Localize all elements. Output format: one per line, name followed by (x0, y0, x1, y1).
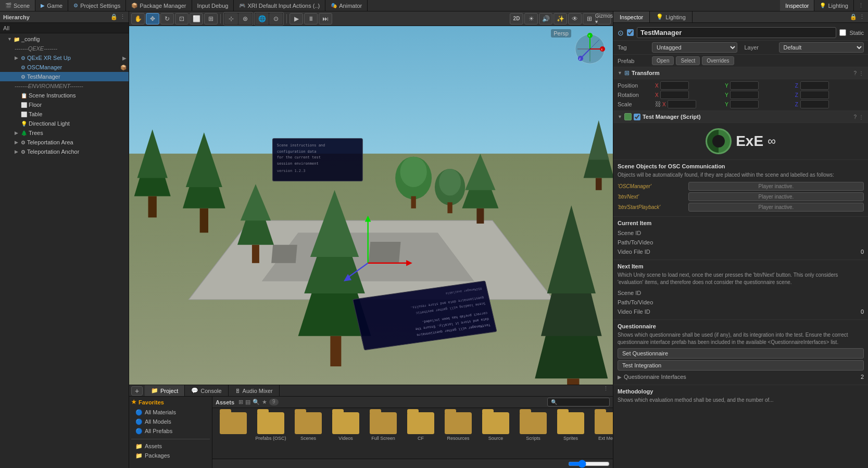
asset-folder-0[interactable] (217, 412, 250, 454)
hierarchy-item-table[interactable]: ⬜ Table (0, 109, 129, 119)
hierarchy-item-trees[interactable]: ▶ 🌲 Trees (0, 128, 129, 138)
hierarchy-item-directional-light[interactable]: 💡 Directional Light (0, 119, 129, 128)
open-prefab-button[interactable]: Open (652, 56, 674, 65)
object-enabled-checkbox[interactable] (627, 29, 634, 36)
static-checkbox[interactable] (839, 29, 846, 36)
assets-tool-1[interactable]: ⊞ (238, 399, 243, 405)
rotation-z-input[interactable]: 0 (800, 91, 829, 99)
asset-folder-1[interactable]: Prefabs (OSC) (254, 412, 287, 454)
tab-project-settings[interactable]: ⚙ Project Settings (68, 0, 126, 11)
asset-folder-10[interactable]: Ext Menu (592, 412, 613, 454)
fav-all-models[interactable]: 🔵 All Models (131, 417, 210, 426)
position-z-input[interactable]: 0 (800, 81, 829, 90)
transform-help[interactable]: ? (853, 70, 857, 76)
tab-inspector[interactable]: Inspector (780, 0, 814, 11)
hierarchy-item-qexe-xr[interactable]: ▶ ⚙ QExE XR Set Up ▶ (0, 53, 129, 63)
scale-y-input[interactable]: 1 (730, 100, 759, 108)
inspector-tab-inspector[interactable]: Inspector (613, 11, 650, 22)
script-more[interactable]: ⋮ (859, 114, 864, 120)
hierarchy-lock-icon[interactable]: 🔒 (110, 14, 118, 20)
tool-scale[interactable]: ⊡ (175, 13, 188, 24)
play-btn[interactable]: ▶ (290, 13, 303, 24)
asset-folder-5[interactable]: CF (404, 412, 437, 454)
hierarchy-search-input[interactable] (0, 23, 129, 33)
grid-btn[interactable]: ⊞ (583, 13, 596, 24)
tool-move[interactable]: ✥ (146, 13, 159, 24)
2d-btn[interactable]: 2D (510, 13, 523, 24)
hierarchy-item-floor[interactable]: ⬜ Floor (0, 100, 129, 109)
transform-more[interactable]: ⋮ (859, 70, 864, 76)
script-section-header[interactable]: ▼ Test Manager (Script) ? ⋮ (613, 111, 868, 123)
center-btn[interactable]: ⊛ (238, 13, 252, 24)
fav-all-prefabs[interactable]: 🔵 All Prefabs (131, 426, 210, 436)
assets-size-slider[interactable] (568, 460, 610, 468)
global-btn[interactable]: 🌐 (255, 13, 269, 24)
tool-rotate[interactable]: ↻ (160, 13, 174, 24)
tool-transform[interactable]: ⊞ (204, 13, 218, 24)
asset-folder-4[interactable]: Full Screen (367, 412, 400, 454)
tab-console[interactable]: 💬 Console (185, 385, 228, 396)
inspector-tab-lighting[interactable]: 💡 Lighting (650, 11, 693, 22)
tool-hand[interactable]: ✋ (131, 13, 145, 24)
asset-folder-9[interactable]: Sprites (554, 412, 587, 454)
scale-x-input[interactable]: 1 (668, 100, 696, 108)
inspector-more-icon[interactable]: ⋮ (859, 14, 865, 20)
gizmos-btn[interactable]: Gizmos ▾ (597, 13, 611, 24)
assets-tool-3[interactable]: 🔍 (253, 399, 260, 405)
transform-section-header[interactable]: ▼ ⊞ Transform ? ⋮ (613, 67, 868, 79)
tab-audio-mixer[interactable]: 🎚 Audio Mixer (229, 385, 280, 396)
inspector-lock-icon[interactable]: 🔒 (850, 14, 857, 20)
set-questionnaire-button[interactable]: Set Questionnaire (618, 348, 864, 359)
scene-view[interactable]: Scene instructions and configuration dat… (129, 26, 613, 385)
position-y-input[interactable]: 1.083 (730, 81, 759, 90)
tab-project[interactable]: 📁 Project (145, 385, 185, 396)
tab-animator[interactable]: 🎭 Animator (325, 0, 368, 11)
fav-packages[interactable]: 📁 Packages (131, 451, 210, 460)
assets-search-input[interactable] (547, 398, 610, 407)
light-btn[interactable]: ☀ (524, 13, 538, 24)
fx-btn[interactable]: ✨ (553, 13, 567, 24)
fav-assets[interactable]: 📁 Assets (131, 441, 210, 451)
scene-gizmo[interactable]: Y X Z (573, 32, 607, 66)
tab-more-button[interactable]: ⋮ (854, 2, 868, 9)
script-enabled-checkbox[interactable] (634, 114, 640, 120)
local-btn[interactable]: ⊙ (269, 13, 283, 24)
pivot-btn[interactable]: ⊹ (224, 13, 238, 24)
bottom-tab-more[interactable]: ⋮ (599, 385, 613, 396)
select-prefab-button[interactable]: Select (676, 56, 700, 65)
fav-all-materials[interactable]: 🔵 All Materials (131, 408, 210, 417)
tab-package-manager[interactable]: 📦 Package Manager (126, 0, 192, 11)
hierarchy-item-teleportation-area[interactable]: ▶ ⚙ Teleportation Area (0, 138, 129, 147)
audio-btn[interactable]: 🔊 (539, 13, 552, 24)
hierarchy-item-testmanager[interactable]: ⚙ TestManager (0, 72, 129, 81)
tag-select[interactable]: Untagged (652, 42, 737, 53)
hierarchy-item-teleportation-anchor[interactable]: ▶ ⚙ Teleportation Anchor (0, 147, 129, 156)
asset-folder-3[interactable]: Videos (329, 412, 362, 454)
hierarchy-item-scene-instructions[interactable]: 📋 Scene Instructions (0, 91, 129, 100)
scale-link-icon[interactable]: ⛓ (655, 101, 661, 108)
object-name-input[interactable] (637, 27, 836, 38)
hierarchy-menu-icon[interactable]: ⋮ (120, 14, 125, 20)
add-asset-button[interactable]: + (131, 386, 143, 396)
asset-folder-2[interactable]: Scenes (292, 412, 325, 454)
scale-z-input[interactable]: 1 (800, 100, 829, 108)
layer-select[interactable]: Default (779, 42, 864, 53)
script-help[interactable]: ? (853, 114, 857, 120)
hierarchy-item-config[interactable]: ▼ 📁 _config (0, 34, 129, 44)
tab-game[interactable]: ▶ Game (35, 0, 68, 11)
tab-input-debug[interactable]: Input Debug (192, 0, 234, 11)
assets-star[interactable]: ★ (262, 399, 267, 405)
rotation-x-input[interactable]: 0 (660, 91, 689, 99)
asset-folder-8[interactable]: Scripts (517, 412, 550, 454)
tool-rect[interactable]: ⬜ (190, 13, 203, 24)
overrides-button[interactable]: Overrides (702, 56, 734, 65)
tab-lighting[interactable]: 💡 Lighting (814, 0, 854, 11)
test-integration-button[interactable]: Test Integration (618, 360, 864, 371)
asset-folder-6[interactable]: Resources (442, 412, 475, 454)
scene-vis-btn[interactable]: 👁 (568, 13, 582, 24)
rotation-y-input[interactable]: 0 (730, 91, 759, 99)
step-btn[interactable]: ⏭ (319, 13, 332, 24)
hierarchy-item-oscmanager[interactable]: ⚙ OSCManager 📦 (0, 63, 129, 72)
pause-btn[interactable]: ⏸ (304, 13, 318, 24)
assets-tool-2[interactable]: ▤ (245, 399, 250, 405)
